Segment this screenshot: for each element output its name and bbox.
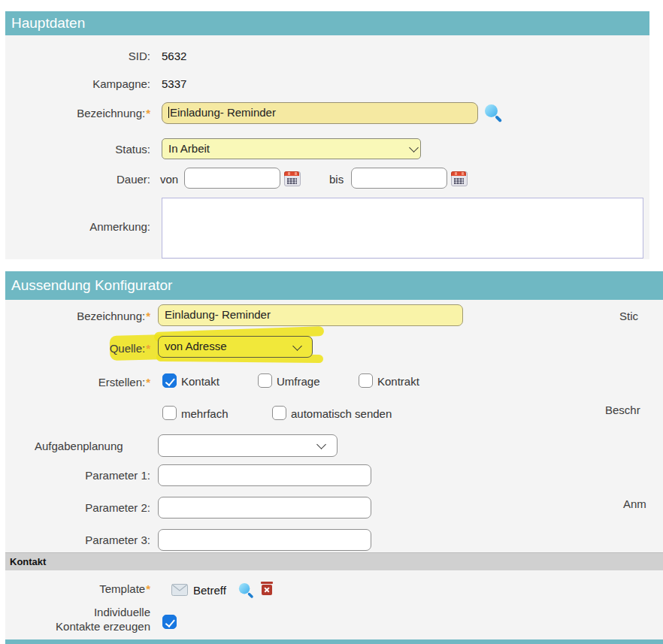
section-header-hauptdaten: Hauptdaten [5,11,649,35]
von-label: von [160,173,178,186]
search-icon[interactable] [484,104,502,122]
individuelle-label-line2: Kontakte erzeugen [0,620,150,633]
calendar-icon[interactable] [284,171,301,186]
parameter2-input[interactable] [158,497,371,519]
required-asterisk: * [146,310,150,322]
checkbox-kontakt-label: Kontakt [181,375,219,388]
text-caret [168,107,169,118]
checkbox-automatisch-senden[interactable] [272,406,286,420]
required-asterisk: * [146,342,150,355]
dauer-label: Dauer: [0,173,150,186]
checkbox-kontrakt[interactable] [359,373,373,388]
bezeichnung-label: Bezeichnung:* [0,107,150,119]
required-asterisk: * [146,107,150,119]
bis-label: bis [329,173,344,186]
dauer-bis-input[interactable] [351,168,447,189]
parameter1-label: Parameter 1: [0,469,150,482]
checkbox-kontakt[interactable] [162,373,177,388]
bezeichnung-input[interactable]: Einladung- Reminder [162,102,478,124]
bezeichnung2-label: Bezeichnung:* [0,310,150,322]
chevron-down-icon [316,440,326,449]
quelle-label: Quelle:* [0,342,150,355]
template-label: Template* [0,582,150,595]
status-select[interactable]: In Arbeit [162,138,421,159]
parameter2-label: Parameter 2: [0,501,150,514]
parameter3-input[interactable] [158,529,371,551]
kampagne-label: Kampagne: [0,77,150,90]
parameter1-input[interactable] [158,464,371,486]
beschreibung-label-cut: Beschr [605,404,640,416]
dauer-von-input[interactable] [184,168,280,189]
status-label: Status: [0,143,150,156]
bezeichnung2-input[interactable]: Einladung- Reminder [158,304,463,326]
next-section-header-cut [5,639,663,644]
kampagne-value: 5337 [162,77,186,90]
checkbox-automatisch-senden-label: automatisch senden [291,407,392,420]
kontakt-subheader: Kontakt [5,552,663,570]
required-asterisk: * [146,376,150,389]
parameter3-label: Parameter 3: [0,534,150,546]
calendar-icon[interactable] [451,171,468,186]
chevron-down-icon [292,341,302,351]
individuelle-label-line1: Individuelle [0,606,150,618]
required-asterisk: * [146,582,150,595]
erstellen-label: Erstellen:* [0,376,150,389]
envelope-icon [171,584,188,596]
checkbox-umfrage[interactable] [258,373,272,388]
anmerkung2-label-cut: Anm [623,497,646,510]
checkbox-mehrfach[interactable] [162,406,177,420]
quelle-select[interactable]: von Adresse [158,336,313,358]
checkbox-umfrage-label: Umfrage [277,375,320,388]
checkbox-kontrakt-label: Kontrakt [377,375,419,388]
chevron-down-icon [409,143,419,153]
anmerkung-label: Anmerkung: [0,220,150,233]
aufgabenplanung-select[interactable] [158,434,338,457]
betreff-link[interactable]: Betreff [193,584,226,597]
page: Hauptdaten SID: 5632 Kampagne: 5337 Beze… [0,0,663,644]
stichworte-label-cut: Stic [619,310,638,322]
checkbox-individuelle-kontakte[interactable] [162,615,177,629]
delete-icon[interactable] [261,582,273,595]
sid-label: SID: [0,50,150,62]
sid-value: 5632 [162,50,186,62]
search-icon[interactable] [238,583,253,598]
section-header-konfigurator: Aussendung Konfigurator [5,271,663,300]
checkbox-mehrfach-label: mehrfach [181,407,229,420]
anmerkung-textarea[interactable] [162,198,643,259]
aufgabenplanung-label: Aufgabenplanung [35,440,123,452]
